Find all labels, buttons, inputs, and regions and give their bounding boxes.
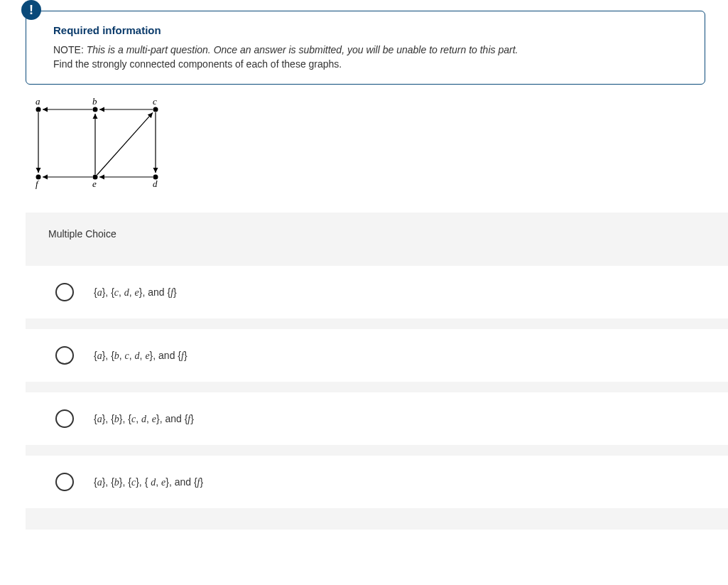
svg-line-7 — [97, 113, 153, 176]
radio-option-2[interactable] — [55, 346, 74, 365]
graph-diagram: abcfed — [31, 99, 173, 191]
svg-text:a: a — [36, 96, 40, 107]
radio-option-4[interactable] — [55, 473, 74, 491]
alert-icon: ! — [21, 0, 41, 20]
alert-symbol: ! — [29, 3, 33, 18]
multiple-choice-section: Multiple Choice {a}, {c, d, e}, and {f}{… — [26, 213, 728, 530]
choice-row[interactable]: {a}, {b}, {c, d, e}, and {f} — [26, 392, 728, 445]
choice-label: {a}, {c, d, e}, and {f} — [94, 286, 177, 299]
info-note: NOTE: This is a multi-part question. Onc… — [53, 43, 688, 71]
svg-text:b: b — [92, 96, 97, 107]
info-title: Required information — [53, 24, 688, 36]
note-label: NOTE: — [53, 44, 84, 55]
mc-header: Multiple Choice — [26, 213, 728, 255]
svg-point-10 — [93, 107, 98, 112]
choice-label: {a}, {b, c, d, e}, and {f} — [94, 350, 188, 362]
svg-text:f: f — [36, 178, 40, 189]
note-italic: This is a multi-part question. Once an a… — [87, 44, 518, 55]
radio-option-3[interactable] — [55, 409, 74, 428]
svg-text:d: d — [153, 178, 158, 189]
note-rest: Find the strongly connected components o… — [53, 58, 342, 70]
required-info-box: Required information NOTE: This is a mul… — [26, 11, 705, 85]
choice-row[interactable]: {a}, {c, d, e}, and {f} — [26, 266, 728, 318]
radio-option-1[interactable] — [55, 283, 74, 301]
choice-row[interactable]: {a}, {b, c, d, e}, and {f} — [26, 329, 728, 382]
choice-label: {a}, {b}, {c, d, e}, and {f} — [94, 413, 194, 425]
svg-point-8 — [36, 107, 41, 112]
choice-row[interactable]: {a}, {b}, {c}, { d, e}, and {f} — [26, 456, 728, 508]
svg-point-12 — [153, 107, 158, 112]
choice-label: {a}, {b}, {c}, { d, e}, and {f} — [94, 476, 203, 488]
svg-text:e: e — [92, 178, 97, 189]
svg-text:c: c — [153, 96, 157, 107]
